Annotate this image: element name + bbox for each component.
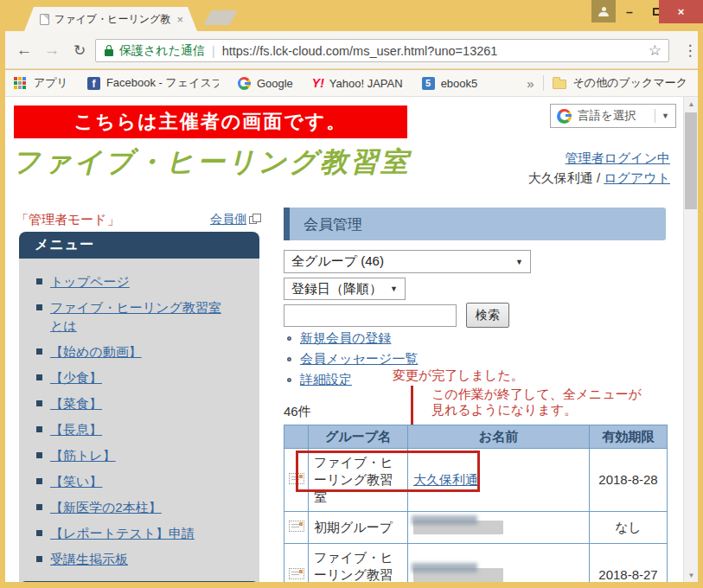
secure-label: 保護された通信 [119,43,205,59]
chevron-down-icon: ▼ [515,258,523,266]
admin-mode-label: 「管理者モード」 [16,212,120,228]
back-icon[interactable]: ← [12,38,36,62]
action-link-item[interactable]: 新規会員の登録 [287,331,418,345]
address-bar[interactable]: 保護された通信 | https://fs.lck-cloud.com/ms_us… [95,39,669,62]
reload-icon[interactable]: ↻ [67,38,92,62]
annotation-line3: 見れるようになります。 [431,402,577,419]
sidebar-menu-item[interactable]: 【少食】 [35,368,223,387]
highlight-box [296,451,480,492]
member-card-icon[interactable] [289,521,304,532]
secure-lock-icon [105,49,113,56]
new-tab-button[interactable] [203,10,237,25]
organizer-banner: こちらは主催者の画面です。 [14,105,407,138]
login-status: 管理者ログイン中 [566,150,670,167]
sidebar-menu-item[interactable]: 【筋トレ】 [35,446,223,464]
chevron-down-icon: ▼ [390,284,398,293]
expiry-cell: 2018-8-28 [590,449,668,512]
sidebar-menu-item[interactable]: ファイブ・ヒーリング教習室とは [35,298,223,335]
group-cell: ファイブ・ヒーリング教習室 [309,544,408,583]
sidebar-menu: メニュー トップページ ファイブ・ヒーリング教習室とは 【始めの動画】 【少食】… [19,232,259,582]
page-scrollbar[interactable]: ▲ ▼ [683,97,698,582]
group-filter-select[interactable]: 全グループ (46) ▼ [284,250,531,273]
circle-bullet-icon [287,378,291,382]
page-content: こちらは主催者の画面です。 ファイブ・ヒーリング教習室 言語を選択 ▼ 管理者ロ… [5,97,698,582]
profile-button[interactable] [591,0,616,22]
minimize-button[interactable]: – [616,0,643,23]
sidebar-menu-item[interactable]: 【笑い】 [35,472,223,490]
bookmark-ebook5[interactable]: 5 ebook5 [422,77,478,90]
annotation-line2: この作業が終了して、全メニューが [431,387,642,403]
name-cell [408,544,590,583]
bookmark-star-icon[interactable]: ☆ [649,42,661,60]
page-favicon-icon [40,14,49,25]
admin-login-link[interactable]: 管理者ログイン中 [566,150,670,165]
member-table: グループ名 お名前 有効期限 ファイブ・ヒーリング教習室 大久保利通 2018-… [284,425,668,582]
sidebar-menu-item[interactable]: 【始めの動画】 [35,342,223,361]
language-select[interactable]: 言語を選択 ▼ [550,104,676,128]
col-icon [284,425,309,449]
tab-title: ファイブ・ヒーリング教習室 [54,12,171,27]
bookmark-facebook[interactable]: f Facebook - フェイスブ [87,75,219,91]
sidebar-menu-item[interactable]: 【新医学の2本柱】 [35,498,223,516]
bookmarks-overflow-icon[interactable]: » [518,76,542,91]
facebook-icon: f [87,77,100,90]
titlebar: ファイブ・ヒーリング教習室 × – × [0,0,703,31]
circle-bullet-icon [287,357,291,361]
sidebar-menu-item[interactable]: トップページ [35,272,223,291]
table-header-row: グループ名 お名前 有効期限 [284,425,668,449]
search-input[interactable] [284,304,457,327]
close-button[interactable]: × [659,0,703,23]
expiry-cell: 2018-8-27 [590,544,668,583]
menu-title: メニュー [19,232,259,259]
sidebar-next-section [19,581,259,582]
google-g-icon [238,77,251,90]
table-row: 初期グループ なし [284,512,668,544]
bookmarks-separator [543,75,544,91]
scroll-down-icon[interactable]: ▼ [684,568,698,582]
apps-grid-icon [14,77,26,89]
sidebar-menu-item[interactable]: 【菜食】 [35,394,223,412]
bookmark-google[interactable]: Google [238,77,293,90]
section-title: 会員管理 [284,208,666,240]
external-link-icon [249,216,257,224]
bookmark-apps[interactable]: アプリ [5,75,68,91]
sidebar-menu-item[interactable]: 受講生掲示板 [35,550,223,568]
bookmark-yahoo[interactable]: Y! Yahoo! JAPAN [312,76,403,90]
user-name: 大久保利通 [528,170,593,185]
bookmarks-bar: アプリ f Facebook - フェイスブ Google Y! Yahoo! … [5,70,698,97]
sidebar-menu-item[interactable]: 【レポートテスト】申請 [35,524,223,542]
action-link-item[interactable]: 会員メッセージ一覧 [287,352,418,366]
annotation-completed: 変更が完了しました。 [393,368,524,384]
tab-close-icon[interactable]: × [176,13,183,26]
scrollbar-thumb[interactable] [685,112,697,209]
action-links: 新規会員の登録 会員メッセージ一覧 詳細設定 [287,331,418,393]
menu-list: トップページ ファイブ・ヒーリング教習室とは 【始めの動画】 【少食】 【菜食】… [35,272,251,568]
col-expiry: 有効期限 [590,425,668,449]
logout-link[interactable]: ログアウト [604,170,670,185]
site-title: ファイブ・ヒーリング教習室 [12,144,411,182]
col-group: グループ名 [309,425,408,449]
censored-name [413,521,503,534]
result-count: 46件 [284,404,311,420]
forward-icon[interactable]: → [40,38,64,62]
browser-menu-icon[interactable]: ⋮ [680,38,700,62]
yahoo-icon: Y! [312,76,324,90]
omnibox-separator: | [212,44,215,58]
scroll-up-icon[interactable]: ▲ [684,97,698,111]
url-text[interactable]: https://fs.lck-cloud.com/ms_user.html?un… [222,44,643,58]
browser-window: ファイブ・ヒーリング教習室 × – × ← → ↻ 保護された通信 | http… [0,0,703,588]
member-side-link[interactable]: 会員側 [210,212,257,227]
col-name: お名前 [408,425,590,449]
sort-filter-select[interactable]: 登録日（降順） ▼ [284,278,406,300]
browser-tab[interactable]: ファイブ・ヒーリング教習室 × [24,7,197,31]
censored-name [413,568,503,582]
other-bookmarks[interactable]: その他のブックマーク [553,75,687,91]
browser-toolbar: ← → ↻ 保護された通信 | https://fs.lck-cloud.com… [5,31,698,69]
person-icon [598,7,609,16]
user-line: 大久保利通 / ログアウト [528,170,670,187]
search-button[interactable]: 検索 [466,303,509,328]
sidebar-menu-item[interactable]: 【長息】 [35,420,223,438]
google-translate-icon [557,109,572,124]
table-row: ファイブ・ヒーリング教習室 2018-8-27 [284,544,668,583]
member-card-icon[interactable] [289,568,304,579]
